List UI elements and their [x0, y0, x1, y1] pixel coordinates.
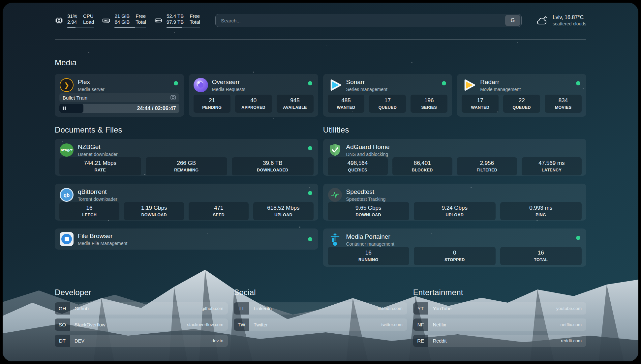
stat-block: 945 AVAILABLE	[277, 95, 314, 113]
memory-progress-bar	[114, 27, 146, 28]
service-card-radarr[interactable]: Radarr Movie management 17 WANTED 22 QUE…	[457, 74, 586, 117]
stat-block: 485 WANTED	[328, 95, 365, 113]
stat-block: 86,401 BLOCKED	[392, 157, 452, 175]
stat-block: 618.52 Mbps UPLOAD	[253, 202, 313, 220]
pause-icon	[63, 106, 66, 110]
stat-block: 21 PENDING	[194, 95, 230, 113]
service-card-adguard[interactable]: AdGuard Home DNS and adblocking 498,564 …	[323, 139, 587, 176]
playback-progress-bar[interactable]: 24:44 / 02:06:47	[59, 104, 179, 113]
bookmark-youtube[interactable]: YT YouTube youtube.com	[413, 302, 586, 315]
service-card-sonarr[interactable]: Sonarr Series management 485 WANTED 17 Q…	[323, 74, 452, 117]
bookmark-abbr: DT	[55, 335, 70, 347]
status-dot	[308, 81, 312, 85]
service-title: AdGuard Home	[346, 143, 390, 151]
media-grid: ❯ Plex Media server Bullet Train	[55, 74, 586, 117]
bookmark-dev[interactable]: DT DEV dev.to	[55, 335, 228, 347]
disk-icon	[154, 16, 163, 25]
stat-block: 40 APPROVED	[235, 95, 272, 113]
disk-free-value: 52.4 TB	[167, 13, 184, 19]
top-bar: 31% 2.94 CPU Load	[55, 13, 586, 28]
topbar-divider	[55, 39, 586, 40]
cpu-icon	[55, 16, 63, 25]
weather-summary: Lviv, 16.87°C	[553, 15, 586, 20]
bookmark-github[interactable]: GH Github github.com	[55, 302, 228, 315]
utilities-column: Utilities AdGuard Home	[323, 125, 587, 267]
bookmark-abbr: GH	[55, 302, 70, 315]
service-subtitle: Usenet downloader	[78, 152, 118, 157]
stat-block: 2,956 FILTERED	[457, 157, 517, 175]
stat-block: 9.24 Gbps UPLOAD	[414, 202, 496, 220]
section-title-entertainment: Entertainment	[413, 288, 586, 297]
service-title: NZBGet	[78, 143, 118, 151]
status-dot	[442, 81, 446, 85]
bookmark-linkedin[interactable]: LI LinkedIn linkedin.com	[234, 302, 407, 315]
service-card-nzbget[interactable]: nzbget NZBGet Usenet downloader 744.21 M…	[55, 139, 318, 176]
service-title: Speedtest	[346, 188, 386, 196]
bookmark-abbr: YT	[413, 302, 428, 315]
status-dot	[308, 191, 312, 195]
service-title: Sonarr	[346, 78, 387, 86]
stat-block: 16 LEECH	[59, 202, 119, 220]
bookmark-name: Netflix	[428, 322, 561, 327]
radarr-icon	[462, 78, 476, 92]
bookmark-abbr: NF	[413, 318, 428, 331]
now-playing-session-icon[interactable]	[170, 95, 176, 101]
bookmark-name: YouTube	[428, 306, 556, 311]
bookmark-name: Github	[70, 306, 201, 311]
memory-free-value: 21 GiB	[114, 13, 130, 19]
service-card-plex[interactable]: ❯ Plex Media server Bullet Train	[55, 74, 184, 117]
stat-block: 16 RUNNING	[328, 247, 410, 265]
speedtest-icon	[328, 188, 342, 202]
weather-condition: scattered clouds	[553, 21, 586, 26]
status-dot	[576, 236, 580, 240]
bookmark-url: stackoverflow.com	[187, 322, 228, 327]
stat-block: 39.6 TB DOWNLOADED	[232, 157, 314, 175]
service-subtitle: Torrent downloader	[78, 197, 117, 202]
section-title-social: Social	[234, 288, 407, 297]
search-bar: G	[215, 14, 522, 27]
bookmark-name: Reddit	[428, 338, 561, 344]
memory-widget: 21 GiB 64 GiB Free Total	[102, 13, 146, 28]
bookmark-url: dev.to	[212, 338, 228, 343]
bookmark-abbr: RE	[413, 335, 428, 347]
service-card-overseerr[interactable]: Overseerr Media Requests 21 PENDING 40 A…	[189, 74, 318, 117]
bookmark-name: Twitter	[249, 322, 381, 327]
search-provider-button[interactable]: G	[505, 15, 520, 26]
stat-block: 22 QUEUED	[503, 95, 540, 113]
bookmark-reddit[interactable]: RE Reddit reddit.com	[413, 335, 586, 347]
bookmark-twitter[interactable]: TW Twitter twitter.com	[234, 318, 407, 331]
service-card-filebrowser[interactable]: File Browser Media File Management	[55, 228, 318, 250]
status-dot	[308, 146, 312, 150]
bookmark-group-entertainment: Entertainment YT YouTube youtube.com NF …	[413, 288, 586, 347]
disk-progress-bar	[167, 27, 200, 28]
bookmark-netflix[interactable]: NF Netflix netflix.com	[413, 318, 586, 331]
overseerr-icon	[194, 78, 208, 92]
section-title-documents: Documents & Files	[55, 125, 318, 135]
documents-column: Documents & Files nzbget NZBGet Usenet d…	[55, 125, 318, 267]
bookmark-name: DEV	[70, 338, 212, 344]
service-subtitle: Media Requests	[212, 87, 245, 92]
bookmark-abbr: LI	[234, 302, 249, 315]
bookmark-url: twitter.com	[381, 322, 407, 327]
service-card-qbittorrent[interactable]: qb qBittorrent Torrent downloader 16 LEE…	[55, 184, 318, 221]
stat-block: 0 STOPPED	[414, 247, 496, 265]
memory-total-value: 64 GiB	[114, 19, 130, 25]
service-title: Media Portainer	[346, 233, 394, 240]
service-title: Plex	[78, 78, 105, 86]
weather-widget[interactable]: Lviv, 16.87°C scattered clouds	[535, 15, 586, 26]
stat-block: 17 QUEUED	[369, 95, 406, 113]
portainer-icon	[328, 232, 342, 247]
bookmark-name: StackOverflow	[70, 322, 187, 327]
bookmark-stackoverflow[interactable]: SO StackOverflow stackoverflow.com	[55, 318, 228, 331]
status-dot	[174, 81, 178, 85]
search-input[interactable]	[216, 18, 505, 23]
service-card-portainer[interactable]: Media Portainer Container management 16 …	[323, 228, 587, 267]
service-title: qBittorrent	[78, 188, 117, 196]
adguard-icon	[328, 143, 342, 157]
section-title-media: Media	[55, 58, 586, 67]
service-card-speedtest[interactable]: Speedtest Speedtest Tracking 9.65 Gbps D…	[323, 184, 587, 221]
service-subtitle: Media File Management	[78, 241, 127, 246]
cloud-moon-icon	[535, 15, 549, 26]
service-subtitle: Media server	[78, 87, 105, 92]
sonarr-icon	[328, 78, 342, 92]
